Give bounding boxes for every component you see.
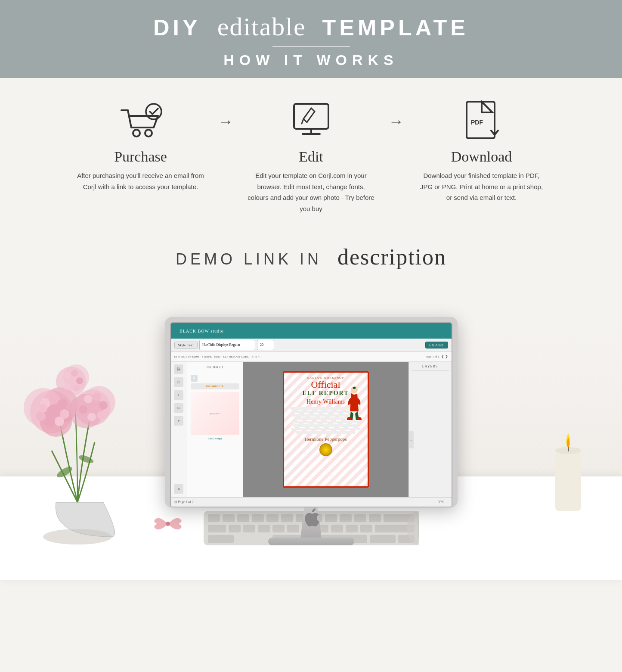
step-purchase: Purchase After purchasing you'll receive… [68,100,214,192]
svg-point-20 [49,394,59,404]
step-edit-desc: Edit your template on Corjl.com in your … [247,170,376,214]
screen-document-area: SANTA'S WORKSHOP Official ELF REPORT [243,362,408,497]
screen-content: BLACK BOW studio Style Text HueTblio Dis… [171,323,452,507]
screen-bottom-bar: ⊞ Page 1 of 2 − 33% + [171,497,452,507]
panel-status: INCOMPLETE [191,383,239,389]
sidebar-images-icon[interactable]: 🖼 [174,364,183,374]
monitor-base [268,538,354,545]
svg-point-40 [76,377,83,384]
svg-point-21 [57,399,68,409]
monitor-screen: BLACK BOW studio Style Text HueTblio Dis… [170,322,452,507]
header-section: DIY editable TEMPLATE HOW IT WORKS [0,0,622,78]
svg-rect-49 [555,451,581,511]
step-download-name: Download [451,149,512,165]
header-editable: editable [217,12,306,41]
header-divider [272,46,350,47]
elf-content: SANTA'S WORKSHOP Official ELF REPORT [284,373,368,460]
svg-point-33 [97,411,105,420]
screen-panel: ORDER ID 📄 INCOMPLETE preview Ed [187,362,243,497]
arrow-2: → [389,100,404,131]
svg-point-26 [39,404,47,413]
svg-point-30 [84,395,93,403]
demo-section: DEMO LINK IN description [0,227,622,278]
edit-icon [285,100,337,143]
svg-point-3 [146,104,161,119]
svg-text:PDF: PDF [471,119,483,126]
download-icon: PDF [456,100,508,143]
svg-point-39 [71,370,78,376]
svg-point-23 [55,417,64,426]
screen-brand: BLACK BOW studio [176,329,228,333]
svg-point-24 [44,417,55,428]
sidebar-report-icon[interactable]: ⚑ [174,484,183,494]
screen-toolbar: Style Text HueTblio Displays Regular 20 … [171,339,452,352]
sidebar-shapes-icon[interactable]: □ [174,377,183,387]
style-text-btn[interactable]: Style Text [174,342,198,348]
purchase-icon [115,100,167,143]
svg-point-35 [79,405,87,414]
edit-design-link[interactable]: Edit Design [191,437,239,440]
elf-report-card: SANTA'S WORKSHOP Official ELF REPORT [283,371,369,488]
demo-script: description [337,245,446,269]
header-subtitle: HOW IT WORKS [9,52,613,68]
elf-seal [319,443,332,456]
steps-row: Purchase After purchasing you'll receive… [26,100,596,214]
svg-point-25 [36,411,46,421]
svg-point-34 [87,413,96,421]
arrow-1: → [218,100,234,131]
screen-layers-panel: LAYERS — › [408,362,452,497]
elf-signature: Hermione Pepperpops [288,436,363,442]
demo-prefix: DEMO LINK IN [176,250,322,268]
header-template: TEMPLATE [322,15,469,40]
elf-figure [345,386,364,420]
panel-icon: 📄 [191,375,198,382]
export-btn[interactable]: EXPORT [425,342,448,348]
candle-decoration [540,425,596,520]
apple-logo-area [0,509,622,529]
panel-order-id: ORDER ID [191,365,239,369]
svg-point-42 [63,383,70,389]
screen-main: 🖼 □ T BG ✦ ⚑ ORDER ID [171,362,452,497]
layers-content: — [412,372,449,376]
sidebar-elements-icon[interactable]: ✦ [174,416,183,426]
step-download-desc: Download your finished template in PDF, … [417,170,546,203]
layers-title: LAYERS [412,364,449,368]
step-purchase-desc: After purchasing you'll receive an email… [76,170,205,192]
monitor-section: BLACK BOW studio Style Text HueTblio Dis… [0,278,622,580]
sidebar-bg-icon[interactable]: BG [174,403,183,413]
apple-logo-icon [303,507,320,528]
screen-sidebar: 🖼 □ T BG ✦ ⚑ [171,362,187,497]
bottom-zoom: − 33% + [434,500,448,504]
bottom-page: ⊞ Page 1 of 2 [174,500,194,504]
sidebar-text-icon[interactable]: T [174,390,183,400]
step-purchase-name: Purchase [114,149,167,165]
svg-point-1 [133,130,140,137]
step-download: PDF Download Download your finished temp… [408,100,555,203]
svg-point-31 [93,392,101,401]
header-diy: DIY [153,15,201,40]
how-it-works-section: Purchase After purchasing you'll receive… [0,78,622,227]
size-select[interactable]: 20 [257,340,274,350]
panel-thumbnail: preview [191,392,239,435]
step-edit: Edit Edit your template on Corjl.com in … [238,100,384,214]
svg-point-32 [99,401,108,410]
screen-topbar: BLACK BOW studio [171,323,452,339]
svg-line-8 [302,119,303,124]
sub-toolbar: STR-RED-24-83393 - STRIPE - RED - ELF RE… [171,352,452,362]
svg-point-41 [73,385,80,392]
step-edit-name: Edit [299,149,323,165]
svg-point-2 [145,130,152,137]
header-title: DIY editable TEMPLATE [9,12,613,42]
monitor-outer: BLACK BOW studio Style Text HueTblio Dis… [165,317,458,507]
layers-toggle[interactable]: › [408,431,414,448]
svg-point-38 [64,372,71,379]
demo-text: DEMO LINK IN description [9,244,613,270]
font-select[interactable]: HueTblio Displays Regular [199,340,255,350]
elf-document: SANTA'S WORKSHOP Official ELF REPORT [283,371,369,488]
